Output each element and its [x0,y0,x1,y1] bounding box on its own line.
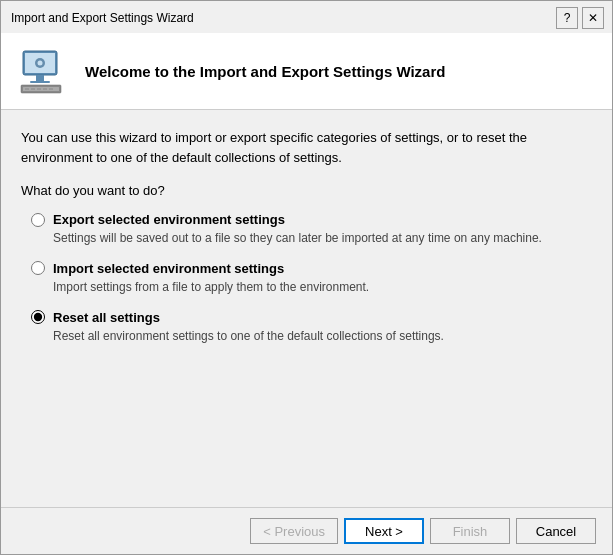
dialog-title: Import and Export Settings Wizard [11,11,194,25]
option-reset-title: Reset all settings [53,310,160,325]
option-import-desc: Import settings from a file to apply the… [53,279,592,296]
option-export-title: Export selected environment settings [53,212,285,227]
dialog: Import and Export Settings Wizard ? ✕ [0,0,613,555]
finish-button[interactable]: Finish [430,518,510,544]
option-import-label[interactable]: Import selected environment settings [31,261,592,276]
title-bar-controls: ? ✕ [556,7,604,29]
option-import: Import selected environment settings Imp… [31,261,592,296]
option-export: Export selected environment settings Set… [31,212,592,247]
svg-rect-6 [25,88,29,90]
option-export-label[interactable]: Export selected environment settings [31,212,592,227]
title-bar: Import and Export Settings Wizard ? ✕ [1,1,612,33]
question-text: What do you want to do? [21,183,592,198]
footer-section: < Previous Next > Finish Cancel [1,507,612,554]
description-text: You can use this wizard to import or exp… [21,128,592,167]
next-button[interactable]: Next > [344,518,424,544]
option-reset-radio[interactable] [31,310,45,324]
svg-rect-7 [31,88,35,90]
option-export-radio[interactable] [31,213,45,227]
option-reset-label[interactable]: Reset all settings [31,310,592,325]
option-import-radio[interactable] [31,261,45,275]
close-button[interactable]: ✕ [582,7,604,29]
header-section: Welcome to the Import and Export Setting… [1,33,612,110]
svg-point-12 [38,61,43,66]
svg-rect-2 [36,75,44,81]
svg-rect-3 [30,81,50,83]
wizard-icon [17,45,69,97]
option-reset-desc: Reset all environment settings to one of… [53,328,592,345]
cancel-button[interactable]: Cancel [516,518,596,544]
option-import-title: Import selected environment settings [53,261,284,276]
previous-button[interactable]: < Previous [250,518,338,544]
svg-rect-8 [37,88,41,90]
svg-rect-10 [49,88,53,90]
svg-rect-9 [43,88,47,90]
option-reset: Reset all settings Reset all environment… [31,310,592,345]
help-button[interactable]: ? [556,7,578,29]
content-section: You can use this wizard to import or exp… [1,110,612,507]
option-export-desc: Settings will be saved out to a file so … [53,230,592,247]
option-group: Export selected environment settings Set… [21,212,592,344]
header-title: Welcome to the Import and Export Setting… [85,63,445,80]
